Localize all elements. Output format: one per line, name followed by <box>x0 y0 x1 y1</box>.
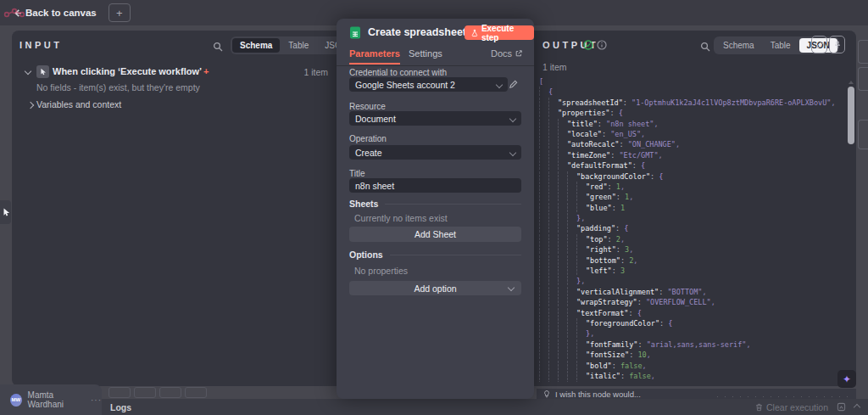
title-field-label: Title <box>349 169 365 178</box>
canvas-edge-ghost-button <box>858 67 868 91</box>
required-marker: + <box>203 66 209 76</box>
resource-value: Document <box>355 114 396 124</box>
success-check-icon <box>583 40 593 50</box>
pin-icon <box>833 41 842 49</box>
avatar: MW <box>10 394 22 407</box>
canvas-control-ghost <box>108 387 131 398</box>
resource-label: Resource <box>349 102 386 111</box>
sparkle-icon: ✦ <box>843 373 851 385</box>
credential-value: Google Sheets account 2 <box>355 80 455 90</box>
more-options-icon[interactable]: ··· <box>91 395 102 405</box>
n8n-logo <box>3 8 25 18</box>
json-viewer[interactable]: [{"spreadsheetId": "1-OptmhuK1k2aJ4c1lVO… <box>539 76 843 382</box>
sheets-section-header: Sheets <box>349 199 521 209</box>
json-scrollbar[interactable] <box>847 78 855 383</box>
pencil-icon <box>509 80 518 89</box>
wish-placeholder: I wish this node would... <box>555 390 641 399</box>
logs-bar: Logs Clear execution <box>0 399 868 415</box>
export-icon[interactable] <box>837 402 846 412</box>
ai-sparkle-button[interactable]: ✦ <box>837 370 856 388</box>
add-option-label: Add option <box>414 283 456 294</box>
add-sheet-label: Add Sheet <box>415 229 456 239</box>
sheets-empty-text: Currently no items exist <box>354 213 448 223</box>
canvas-cursor-tool-button[interactable] <box>0 200 11 224</box>
back-to-canvas-button[interactable]: Back to canvas <box>14 8 97 18</box>
sheets-section-label: Sheets <box>349 199 378 209</box>
input-empty-message: No fields - item(s) exist, but they're e… <box>36 82 200 93</box>
clear-execution-label: Clear execution <box>766 402 828 412</box>
collapse-chevron-icon[interactable] <box>25 68 31 75</box>
operation-label: Operation <box>349 134 387 143</box>
user-name: Mamta Wardhani <box>28 390 86 409</box>
input-trigger-row[interactable]: When clicking ‘Execute workflow’ + 1 ite… <box>12 64 337 80</box>
external-link-icon <box>515 50 522 57</box>
node-title: Create spreadsheet <box>368 26 466 38</box>
chevron-down-icon <box>509 149 516 155</box>
plus-icon: + <box>116 8 123 19</box>
execute-step-button[interactable]: Execute step <box>465 25 534 40</box>
add-sheet-button[interactable]: Add Sheet <box>349 227 521 242</box>
flask-icon <box>471 29 478 37</box>
output-search-icon[interactable] <box>700 42 710 52</box>
operation-value: Create <box>355 148 382 158</box>
google-sheets-icon <box>349 26 361 39</box>
options-empty-text: No properties <box>354 266 408 276</box>
input-item-count: 1 item <box>303 67 328 77</box>
options-section-label: Options <box>349 250 383 260</box>
trash-icon <box>755 403 763 412</box>
canvas-control-ghost <box>159 387 181 398</box>
canvas-dot-grid <box>712 390 854 398</box>
edit-output-button[interactable] <box>811 36 827 53</box>
expand-chevron-icon[interactable] <box>27 102 34 109</box>
chevron-down-icon <box>508 284 515 291</box>
manual-trigger-node-icon <box>36 65 49 78</box>
info-icon[interactable] <box>597 40 607 50</box>
output-panel: OUTPUT Schema Table JSON 1 item [{"sprea… <box>534 31 856 386</box>
resource-select[interactable]: Document <box>349 111 521 126</box>
title-input-value: n8n sheet <box>355 181 394 191</box>
variables-context-label: Variables and context <box>36 99 121 109</box>
lightbulb-icon <box>543 390 550 399</box>
options-section-header: Options <box>349 250 521 260</box>
user-menu[interactable]: MW Mamta Wardhani ··· <box>0 384 102 415</box>
node-details-panel: Create spreadsheet Execute step Paramete… <box>337 19 534 399</box>
back-to-canvas-label: Back to canvas <box>25 8 97 18</box>
edit-credential-button[interactable] <box>509 80 518 89</box>
cursor-icon <box>2 207 10 217</box>
add-tab-button[interactable]: + <box>108 3 131 22</box>
chevron-down-icon <box>509 115 516 121</box>
input-tab-table[interactable]: Table <box>281 38 316 53</box>
chevron-down-icon <box>496 81 503 87</box>
output-tab-table[interactable]: Table <box>763 38 798 53</box>
canvas-edge-ghost-button <box>858 40 868 64</box>
trigger-node-label: When clicking ‘Execute workflow’ <box>53 66 202 76</box>
node-panel-tabs: Parameters Settings Docs <box>337 44 534 66</box>
canvas-edge-ghost-button <box>858 120 868 149</box>
execute-step-label: Execute step <box>481 24 527 42</box>
credential-select[interactable]: Google Sheets account 2 <box>349 77 508 92</box>
title-input[interactable]: n8n sheet <box>349 178 521 193</box>
output-item-count: 1 item <box>542 62 567 72</box>
input-search-icon[interactable] <box>213 42 223 52</box>
clear-execution-button[interactable]: Clear execution <box>755 402 828 412</box>
variables-context-row[interactable]: Variables and context <box>12 98 337 112</box>
credential-label: Credential to connect with <box>349 68 447 77</box>
input-tab-schema[interactable]: Schema <box>232 38 280 53</box>
logs-toggle[interactable]: Logs <box>110 402 131 412</box>
docs-label: Docs <box>491 48 512 59</box>
pencil-icon <box>815 41 824 49</box>
canvas-control-ghost <box>134 387 156 398</box>
operation-select[interactable]: Create <box>349 145 521 160</box>
tab-settings[interactable]: Settings <box>409 48 442 59</box>
collapse-logs-icon[interactable] <box>854 403 860 410</box>
canvas-control-ghost <box>185 387 207 398</box>
pin-data-button[interactable] <box>829 36 845 53</box>
scroll-up-arrow-icon[interactable] <box>849 81 854 84</box>
add-option-button[interactable]: Add option <box>349 281 521 295</box>
output-tab-schema[interactable]: Schema <box>715 38 762 53</box>
input-panel-title: INPUT <box>19 40 63 50</box>
scrollbar-thumb[interactable] <box>848 87 854 144</box>
docs-link[interactable]: Docs <box>491 48 522 59</box>
tab-parameters[interactable]: Parameters <box>349 48 400 59</box>
